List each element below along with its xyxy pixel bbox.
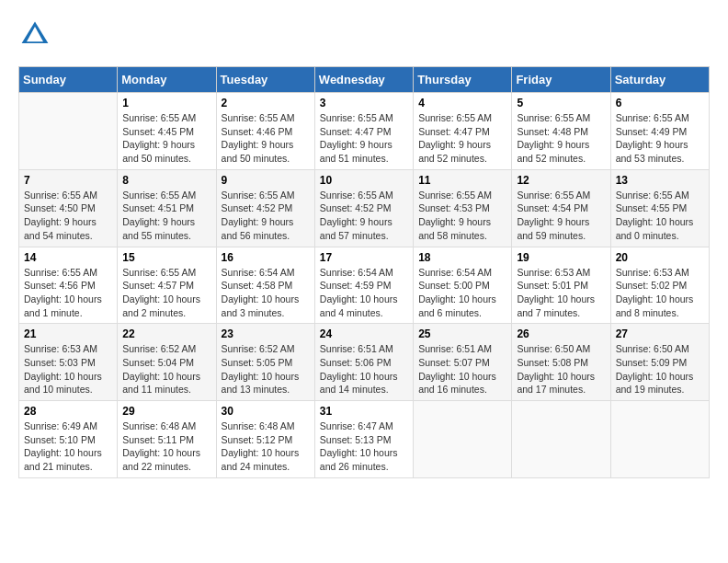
day-sunset: Sunset: 4:56 PM: [24, 280, 96, 291]
calendar-cell: 2 Sunrise: 6:55 AM Sunset: 4:46 PM Dayli…: [216, 93, 314, 170]
day-sunset: Sunset: 4:47 PM: [418, 126, 490, 137]
day-sunrise: Sunrise: 6:55 AM: [24, 190, 97, 201]
weekday-header-saturday: Saturday: [610, 67, 709, 93]
calendar-cell: 19 Sunrise: 6:53 AM Sunset: 5:01 PM Dayl…: [512, 247, 610, 324]
day-daylight: Daylight: 10 hours and 8 minutes.: [616, 293, 694, 318]
day-sunset: Sunset: 5:10 PM: [24, 434, 96, 445]
day-number: 9: [222, 174, 310, 187]
day-sunset: Sunset: 4:54 PM: [517, 202, 588, 213]
day-daylight: Daylight: 10 hours and 26 minutes.: [320, 447, 398, 472]
calendar-cell: 10 Sunrise: 6:55 AM Sunset: 4:52 PM Dayl…: [314, 169, 413, 247]
day-daylight: Daylight: 10 hours and 3 minutes.: [222, 293, 300, 318]
weekday-header-wednesday: Wednesday: [314, 67, 413, 93]
day-number: 21: [24, 327, 112, 340]
calendar-cell: 31 Sunrise: 6:47 AM Sunset: 5:13 PM Dayl…: [314, 401, 413, 478]
day-sunset: Sunset: 4:53 PM: [418, 202, 490, 213]
weekday-header-row: SundayMondayTuesdayWednesdayThursdayFrid…: [19, 67, 710, 93]
day-sunrise: Sunrise: 6:55 AM: [222, 112, 295, 123]
day-sunrise: Sunrise: 6:53 AM: [24, 343, 97, 354]
day-sunset: Sunset: 5:08 PM: [517, 357, 588, 368]
day-daylight: Daylight: 10 hours and 19 minutes.: [616, 371, 694, 396]
day-daylight: Daylight: 10 hours and 16 minutes.: [418, 371, 496, 396]
day-sunset: Sunset: 5:12 PM: [222, 434, 293, 445]
day-sunrise: Sunrise: 6:54 AM: [222, 267, 295, 278]
day-number: 13: [616, 174, 704, 187]
day-sunset: Sunset: 4:47 PM: [320, 126, 392, 137]
day-sunset: Sunset: 4:55 PM: [616, 202, 688, 213]
day-sunrise: Sunrise: 6:55 AM: [320, 190, 393, 201]
calendar-cell: 11 Sunrise: 6:55 AM Sunset: 4:53 PM Dayl…: [414, 169, 512, 247]
day-daylight: Daylight: 9 hours and 54 minutes.: [24, 216, 97, 241]
day-sunset: Sunset: 4:57 PM: [122, 280, 194, 291]
day-sunset: Sunset: 5:00 PM: [418, 280, 490, 291]
calendar-cell: 17 Sunrise: 6:54 AM Sunset: 4:59 PM Dayl…: [314, 247, 413, 324]
day-sunset: Sunset: 5:11 PM: [122, 434, 194, 445]
calendar-cell: 12 Sunrise: 6:55 AM Sunset: 4:54 PM Dayl…: [512, 169, 610, 247]
day-sunrise: Sunrise: 6:54 AM: [418, 267, 492, 278]
calendar-cell: [19, 93, 118, 170]
day-sunset: Sunset: 4:48 PM: [517, 126, 588, 137]
day-daylight: Daylight: 10 hours and 11 minutes.: [122, 371, 200, 396]
day-number: 3: [320, 97, 408, 109]
calendar-week-row-1: 7 Sunrise: 6:55 AM Sunset: 4:50 PM Dayli…: [19, 169, 710, 247]
day-sunset: Sunset: 5:09 PM: [616, 357, 688, 368]
day-daylight: Daylight: 10 hours and 24 minutes.: [222, 447, 300, 472]
day-number: 8: [122, 174, 210, 187]
day-sunset: Sunset: 5:06 PM: [320, 357, 392, 368]
calendar-cell: 5 Sunrise: 6:55 AM Sunset: 4:48 PM Dayli…: [512, 93, 610, 170]
day-sunrise: Sunrise: 6:49 AM: [24, 420, 97, 431]
calendar-week-row-2: 14 Sunrise: 6:55 AM Sunset: 4:56 PM Dayl…: [19, 247, 710, 324]
day-daylight: Daylight: 10 hours and 22 minutes.: [122, 447, 200, 472]
day-daylight: Daylight: 9 hours and 52 minutes.: [418, 139, 491, 164]
calendar-cell: 26 Sunrise: 6:50 AM Sunset: 5:08 PM Dayl…: [512, 324, 610, 401]
calendar-table: SundayMondayTuesdayWednesdayThursdayFrid…: [18, 66, 710, 478]
day-number: 23: [222, 327, 310, 340]
day-sunset: Sunset: 4:46 PM: [222, 126, 293, 137]
calendar-cell: 7 Sunrise: 6:55 AM Sunset: 4:50 PM Dayli…: [19, 169, 118, 247]
weekday-header-thursday: Thursday: [414, 67, 512, 93]
day-sunrise: Sunrise: 6:54 AM: [320, 267, 393, 278]
calendar-cell: 23 Sunrise: 6:52 AM Sunset: 5:05 PM Dayl…: [216, 324, 314, 401]
day-number: 18: [418, 251, 506, 264]
day-sunset: Sunset: 5:05 PM: [222, 357, 293, 368]
day-daylight: Daylight: 10 hours and 2 minutes.: [122, 293, 200, 318]
calendar-week-row-3: 21 Sunrise: 6:53 AM Sunset: 5:03 PM Dayl…: [19, 324, 710, 401]
day-number: 14: [24, 251, 112, 264]
day-number: 24: [320, 327, 408, 340]
day-sunrise: Sunrise: 6:55 AM: [122, 190, 196, 201]
weekday-header-sunday: Sunday: [19, 67, 118, 93]
logo: [18, 18, 57, 52]
day-sunrise: Sunrise: 6:51 AM: [320, 343, 393, 354]
day-number: 15: [122, 251, 210, 264]
calendar-week-row-4: 28 Sunrise: 6:49 AM Sunset: 5:10 PM Dayl…: [19, 401, 710, 478]
day-number: 29: [122, 405, 210, 418]
day-daylight: Daylight: 9 hours and 57 minutes.: [320, 216, 392, 241]
day-sunset: Sunset: 4:45 PM: [122, 126, 194, 137]
day-sunrise: Sunrise: 6:55 AM: [418, 190, 492, 201]
day-number: 22: [122, 327, 210, 340]
day-sunrise: Sunrise: 6:48 AM: [122, 420, 196, 431]
calendar-cell: 25 Sunrise: 6:51 AM Sunset: 5:07 PM Dayl…: [414, 324, 512, 401]
calendar-cell: 28 Sunrise: 6:49 AM Sunset: 5:10 PM Dayl…: [19, 401, 118, 478]
weekday-header-tuesday: Tuesday: [216, 67, 314, 93]
logo-icon: [18, 18, 51, 52]
calendar-cell: 14 Sunrise: 6:55 AM Sunset: 4:56 PM Dayl…: [19, 247, 118, 324]
day-sunset: Sunset: 4:50 PM: [24, 202, 96, 213]
day-sunset: Sunset: 4:59 PM: [320, 280, 392, 291]
day-daylight: Daylight: 10 hours and 17 minutes.: [517, 371, 595, 396]
day-number: 17: [320, 251, 408, 264]
day-number: 2: [222, 97, 310, 109]
day-daylight: Daylight: 9 hours and 59 minutes.: [517, 216, 589, 241]
day-daylight: Daylight: 10 hours and 10 minutes.: [24, 371, 102, 396]
day-sunrise: Sunrise: 6:53 AM: [517, 267, 590, 278]
day-daylight: Daylight: 10 hours and 4 minutes.: [320, 293, 398, 318]
day-daylight: Daylight: 9 hours and 56 minutes.: [222, 216, 294, 241]
day-number: 25: [418, 327, 506, 340]
day-number: 4: [418, 97, 506, 109]
day-sunset: Sunset: 4:51 PM: [122, 202, 194, 213]
day-sunset: Sunset: 4:58 PM: [222, 280, 293, 291]
day-daylight: Daylight: 9 hours and 52 minutes.: [517, 139, 589, 164]
day-number: 19: [517, 251, 605, 264]
calendar-cell: 20 Sunrise: 6:53 AM Sunset: 5:02 PM Dayl…: [610, 247, 709, 324]
calendar-cell: 9 Sunrise: 6:55 AM Sunset: 4:52 PM Dayli…: [216, 169, 314, 247]
